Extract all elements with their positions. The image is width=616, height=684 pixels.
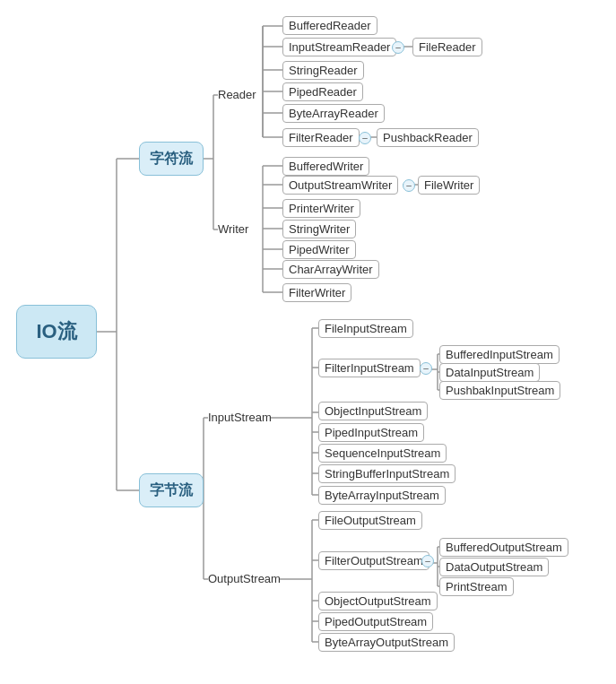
leaf-objectinputstream: ObjectInputStream [318,402,428,420]
collapse-filterreader[interactable]: – [359,132,371,144]
leaf-sequenceinputstream: SequenceInputStream [318,444,447,463]
leaf-bytearrayreader: ByteArrayReader [282,104,385,123]
root-label: IO流 [36,318,76,345]
leaf-filterreader: FilterReader [282,128,360,147]
leaf-inputstreamreader: InputStreamReader [282,38,396,56]
leaf-objectoutputstream: ObjectOutputStream [318,592,438,610]
leaf-stringreader: StringReader [282,61,364,80]
leaf-printstream: PrintStream [439,577,514,596]
char-label: 字符流 [150,150,193,169]
leaf-fileinputstream: FileInputStream [318,319,413,338]
leaf-pipedinputstream: PipedInputStream [318,423,424,442]
leaf-bufferedwriter: BufferedWriter [282,157,369,176]
leaf-bytearrayoutputstream: ByteArrayOutputStream [318,633,455,652]
leaf-printerwriter: PrinterWriter [282,199,360,218]
reader-label: Reader [218,88,256,101]
leaf-dataoutputstream: DataOutputStream [439,558,549,576]
leaf-filereader: FileReader [412,38,482,56]
leaf-bufferedreader: BufferedReader [282,16,377,35]
leaf-pipedreader: PipedReader [282,82,363,101]
leaf-bufferedoutputstream: BufferedOutputStream [439,538,568,557]
leaf-filewriter: FileWriter [418,176,480,195]
char-node: 字符流 [139,142,204,176]
leaf-pipedwriter: PipedWriter [282,240,356,259]
leaf-bytearrayinputstream: ByteArrayInputStream [318,486,446,505]
root-node: IO流 [16,305,97,359]
leaf-outputstreamwriter: OutputStreamWriter [282,176,398,195]
leaf-datainputstream: DataInputStream [439,363,540,382]
outputstream-label: OutputStream [208,572,281,585]
leaf-pipedoutputstream: PipedOutputStream [318,612,433,631]
leaf-filteroutputstream: FilterOutputStream [318,551,429,570]
leaf-fileoutputstream: FileOutputStream [318,511,422,530]
leaf-filterwriter: FilterWriter [282,283,351,302]
leaf-chararraywriter: CharArrayWriter [282,260,379,279]
leaf-stringbufferinputstream: StringBufferInputStream [318,464,455,483]
inputstream-label: InputStream [208,411,272,424]
byte-label: 字节流 [150,481,193,500]
leaf-filterinputstream: FilterInputStream [318,359,421,377]
leaf-bufferedinputstream: BufferedInputStream [439,345,560,364]
leaf-stringwriter: StringWriter [282,220,356,238]
leaf-pushbackreader: PushbackReader [377,128,479,147]
collapse-inputstreamreader[interactable]: – [392,41,404,54]
byte-node: 字节流 [139,473,204,507]
collapse-outputstreamwriter[interactable]: – [403,179,415,192]
leaf-pushbakinputstream: PushbakInputStream [439,381,560,400]
writer-label: Writer [218,222,248,236]
collapse-filterinputstream[interactable]: – [420,362,432,375]
collapse-filteroutputstream[interactable]: – [421,555,434,567]
